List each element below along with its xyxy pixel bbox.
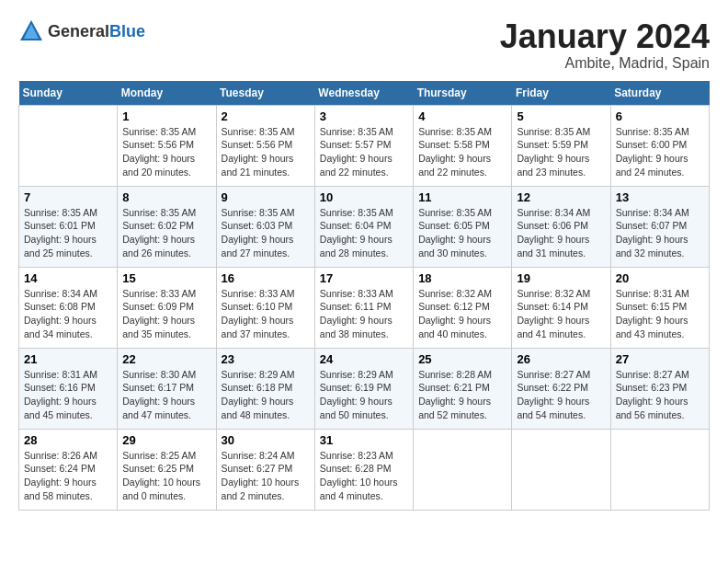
weekday-header: Tuesday: [216, 81, 314, 106]
calendar-cell: 20Sunrise: 8:31 AMSunset: 6:15 PMDayligh…: [610, 267, 709, 348]
calendar-cell: [19, 105, 118, 186]
calendar-cell: 25Sunrise: 8:28 AMSunset: 6:21 PMDayligh…: [414, 348, 512, 429]
day-info: Sunrise: 8:32 AMSunset: 6:12 PMDaylight:…: [418, 287, 506, 341]
calendar-cell: 31Sunrise: 8:23 AMSunset: 6:28 PMDayligh…: [314, 429, 413, 510]
day-number: 26: [517, 352, 605, 366]
calendar-cell: 15Sunrise: 8:33 AMSunset: 6:09 PMDayligh…: [118, 267, 216, 348]
day-info: Sunrise: 8:33 AMSunset: 6:09 PMDaylight:…: [122, 287, 210, 341]
weekday-header: Monday: [118, 81, 216, 106]
calendar-cell: 18Sunrise: 8:32 AMSunset: 6:12 PMDayligh…: [414, 267, 512, 348]
day-info: Sunrise: 8:35 AMSunset: 5:56 PMDaylight:…: [222, 125, 310, 179]
day-number: 4: [418, 109, 506, 123]
day-number: 14: [24, 271, 112, 285]
day-info: Sunrise: 8:35 AMSunset: 6:01 PMDaylight:…: [24, 206, 112, 260]
day-info: Sunrise: 8:35 AMSunset: 5:58 PMDaylight:…: [418, 125, 506, 179]
day-info: Sunrise: 8:32 AMSunset: 6:14 PMDaylight:…: [517, 287, 605, 341]
day-info: Sunrise: 8:24 AMSunset: 6:27 PMDaylight:…: [222, 449, 310, 503]
day-number: 5: [517, 109, 605, 123]
day-number: 1: [122, 109, 210, 123]
day-number: 9: [222, 190, 310, 204]
day-info: Sunrise: 8:28 AMSunset: 6:21 PMDaylight:…: [418, 368, 506, 422]
day-number: 7: [24, 190, 112, 204]
day-number: 25: [418, 352, 506, 366]
day-info: Sunrise: 8:27 AMSunset: 6:23 PMDaylight:…: [616, 368, 704, 422]
day-number: 19: [517, 271, 605, 285]
day-info: Sunrise: 8:31 AMSunset: 6:15 PMDaylight:…: [616, 287, 704, 341]
logo-text-blue: Blue: [109, 22, 145, 40]
day-number: 10: [320, 190, 408, 204]
weekday-header: Sunday: [19, 81, 118, 106]
calendar-cell: 9Sunrise: 8:35 AMSunset: 6:03 PMDaylight…: [216, 186, 314, 267]
day-info: Sunrise: 8:35 AMSunset: 5:59 PMDaylight:…: [517, 125, 605, 179]
calendar-week-row: 14Sunrise: 8:34 AMSunset: 6:08 PMDayligh…: [19, 267, 710, 348]
calendar-cell: 12Sunrise: 8:34 AMSunset: 6:06 PMDayligh…: [512, 186, 610, 267]
calendar-cell: 19Sunrise: 8:32 AMSunset: 6:14 PMDayligh…: [512, 267, 610, 348]
month-title: January 2024: [500, 18, 710, 55]
day-info: Sunrise: 8:34 AMSunset: 6:06 PMDaylight:…: [517, 206, 605, 260]
day-info: Sunrise: 8:31 AMSunset: 6:16 PMDaylight:…: [24, 368, 112, 422]
title-area: January 2024 Ambite, Madrid, Spain: [500, 18, 710, 72]
calendar-cell: 21Sunrise: 8:31 AMSunset: 6:16 PMDayligh…: [19, 348, 118, 429]
day-number: 27: [616, 352, 704, 366]
day-info: Sunrise: 8:23 AMSunset: 6:28 PMDaylight:…: [320, 449, 408, 503]
day-info: Sunrise: 8:27 AMSunset: 6:22 PMDaylight:…: [517, 368, 605, 422]
calendar-cell: 3Sunrise: 8:35 AMSunset: 5:57 PMDaylight…: [314, 105, 413, 186]
day-number: 23: [222, 352, 310, 366]
logo-icon: [18, 18, 44, 44]
calendar-week-row: 28Sunrise: 8:26 AMSunset: 6:24 PMDayligh…: [19, 429, 710, 510]
location-title: Ambite, Madrid, Spain: [500, 55, 710, 72]
calendar-cell: 30Sunrise: 8:24 AMSunset: 6:27 PMDayligh…: [216, 429, 314, 510]
day-info: Sunrise: 8:35 AMSunset: 6:04 PMDaylight:…: [320, 206, 408, 260]
day-number: 29: [122, 433, 210, 447]
day-info: Sunrise: 8:34 AMSunset: 6:08 PMDaylight:…: [24, 287, 112, 341]
calendar-cell: 2Sunrise: 8:35 AMSunset: 5:56 PMDaylight…: [216, 105, 314, 186]
day-info: Sunrise: 8:34 AMSunset: 6:07 PMDaylight:…: [616, 206, 704, 260]
day-number: 24: [320, 352, 408, 366]
calendar-cell: 28Sunrise: 8:26 AMSunset: 6:24 PMDayligh…: [19, 429, 118, 510]
day-number: 15: [122, 271, 210, 285]
calendar-cell: 4Sunrise: 8:35 AMSunset: 5:58 PMDaylight…: [414, 105, 512, 186]
weekday-header: Thursday: [414, 81, 512, 106]
calendar-cell: 24Sunrise: 8:29 AMSunset: 6:19 PMDayligh…: [314, 348, 413, 429]
weekday-header: Wednesday: [314, 81, 413, 106]
day-info: Sunrise: 8:33 AMSunset: 6:11 PMDaylight:…: [320, 287, 408, 341]
logo-text-general: General: [48, 22, 109, 40]
day-info: Sunrise: 8:30 AMSunset: 6:17 PMDaylight:…: [122, 368, 210, 422]
calendar-table: SundayMondayTuesdayWednesdayThursdayFrid…: [18, 81, 710, 511]
calendar-cell: 14Sunrise: 8:34 AMSunset: 6:08 PMDayligh…: [19, 267, 118, 348]
day-info: Sunrise: 8:35 AMSunset: 6:02 PMDaylight:…: [122, 206, 210, 260]
calendar-week-row: 7Sunrise: 8:35 AMSunset: 6:01 PMDaylight…: [19, 186, 710, 267]
logo: GeneralBlue: [18, 18, 145, 44]
day-info: Sunrise: 8:35 AMSunset: 5:56 PMDaylight:…: [122, 125, 210, 179]
day-number: 16: [222, 271, 310, 285]
day-info: Sunrise: 8:26 AMSunset: 6:24 PMDaylight:…: [24, 449, 112, 503]
day-number: 30: [222, 433, 310, 447]
day-number: 6: [616, 109, 704, 123]
day-number: 3: [320, 109, 408, 123]
calendar-cell: [414, 429, 512, 510]
weekday-header-row: SundayMondayTuesdayWednesdayThursdayFrid…: [19, 81, 710, 106]
calendar-cell: 7Sunrise: 8:35 AMSunset: 6:01 PMDaylight…: [19, 186, 118, 267]
calendar-cell: 6Sunrise: 8:35 AMSunset: 6:00 PMDaylight…: [610, 105, 709, 186]
calendar-cell: 1Sunrise: 8:35 AMSunset: 5:56 PMDaylight…: [118, 105, 216, 186]
calendar-cell: 17Sunrise: 8:33 AMSunset: 6:11 PMDayligh…: [314, 267, 413, 348]
day-number: 28: [24, 433, 112, 447]
weekday-header: Friday: [512, 81, 610, 106]
day-info: Sunrise: 8:29 AMSunset: 6:19 PMDaylight:…: [320, 368, 408, 422]
calendar-cell: 22Sunrise: 8:30 AMSunset: 6:17 PMDayligh…: [118, 348, 216, 429]
day-info: Sunrise: 8:35 AMSunset: 5:57 PMDaylight:…: [320, 125, 408, 179]
calendar-cell: 23Sunrise: 8:29 AMSunset: 6:18 PMDayligh…: [216, 348, 314, 429]
calendar-cell: 29Sunrise: 8:25 AMSunset: 6:25 PMDayligh…: [118, 429, 216, 510]
day-info: Sunrise: 8:33 AMSunset: 6:10 PMDaylight:…: [222, 287, 310, 341]
day-info: Sunrise: 8:29 AMSunset: 6:18 PMDaylight:…: [222, 368, 310, 422]
day-info: Sunrise: 8:35 AMSunset: 6:05 PMDaylight:…: [418, 206, 506, 260]
day-number: 22: [122, 352, 210, 366]
calendar-week-row: 21Sunrise: 8:31 AMSunset: 6:16 PMDayligh…: [19, 348, 710, 429]
day-number: 17: [320, 271, 408, 285]
day-info: Sunrise: 8:25 AMSunset: 6:25 PMDaylight:…: [122, 449, 210, 503]
calendar-cell: 13Sunrise: 8:34 AMSunset: 6:07 PMDayligh…: [610, 186, 709, 267]
day-info: Sunrise: 8:35 AMSunset: 6:03 PMDaylight:…: [222, 206, 310, 260]
day-info: Sunrise: 8:35 AMSunset: 6:00 PMDaylight:…: [616, 125, 704, 179]
day-number: 18: [418, 271, 506, 285]
day-number: 11: [418, 190, 506, 204]
